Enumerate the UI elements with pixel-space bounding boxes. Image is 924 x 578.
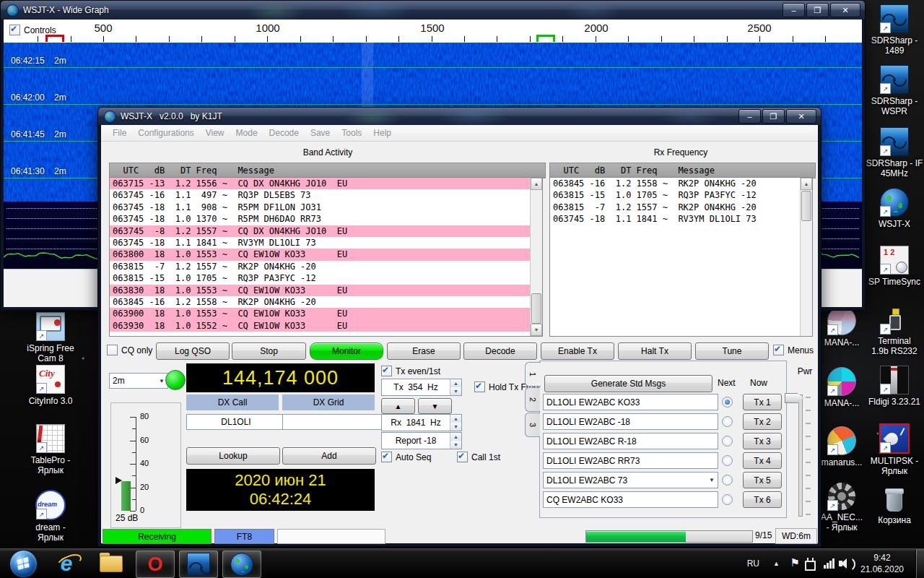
band-activity-row[interactable]: 063745 -18 1.0 1370 ~ R5PM DH6DAO RR73	[110, 213, 531, 225]
tx-freq-down-button[interactable]: ▼	[418, 398, 452, 414]
band-activity-row[interactable]: 063745 -16 1.1 497 ~ RQ3P DL5EBS 73	[110, 189, 531, 201]
spinner-buttons[interactable]: ▲▼	[450, 433, 461, 449]
scrollbar-thumb[interactable]	[531, 293, 541, 324]
tab-1[interactable]: 1	[525, 362, 541, 387]
volume-icon[interactable]	[839, 558, 853, 569]
minimize-button[interactable]: –	[783, 3, 805, 17]
menu-item-save[interactable]: Save	[305, 128, 336, 138]
spinner-buttons[interactable]: ▲▼	[450, 415, 461, 431]
taskbar-button-explorer[interactable]	[92, 551, 130, 577]
band-activity-row[interactable]: 063815 -7 1.2 1557 ~ RK2P ON4KHG -20	[110, 261, 531, 272]
tx2-next-radio[interactable]	[722, 416, 733, 427]
monitor-button[interactable]: Monitor	[310, 342, 383, 360]
tx3-message-input[interactable]: DL1OLI EW2ABC R-18	[543, 433, 718, 449]
rx-frequency-row[interactable]: 063845 -16 1.2 1558 ~ RK2P ON4KHG -20	[550, 178, 801, 189]
tx5-next-radio[interactable]	[722, 475, 733, 486]
pwr-slider-track[interactable]	[798, 394, 803, 517]
desktop-icon-wsjt-x[interactable]: ↗WSJT-X	[864, 188, 924, 229]
taskbar-button-ie[interactable]: e	[48, 551, 85, 577]
tx6-next-radio[interactable]	[722, 494, 733, 505]
wide-graph-titlebar[interactable]: WSJT-X - Wide Graph – ❐ ✕	[1, 1, 865, 20]
rx-freq-spinner[interactable]: Rx 1841 Hz ▲▼	[381, 414, 462, 431]
spin-up-icon[interactable]: ▲	[450, 415, 461, 423]
rx-frequency-row[interactable]: 063815 -7 1.2 1557 ~ RK2P ON4KHG -20	[550, 202, 801, 213]
cq-only-checkbox[interactable]	[107, 345, 118, 355]
controls-checkbox[interactable]	[9, 25, 20, 35]
taskbar-button-wsjtx[interactable]	[222, 551, 261, 578]
tx4-next-radio[interactable]	[722, 455, 733, 466]
report-spinner[interactable]: Report -18 ▲▼	[381, 432, 462, 449]
scroll-down-icon[interactable]: ▼	[531, 324, 542, 336]
spin-down-icon[interactable]: ▼	[450, 441, 461, 449]
rx-frequency-scrollbar[interactable]: ▲	[800, 178, 812, 336]
tx-freq-spinner[interactable]: Tx 354 Hz ▲▼	[381, 379, 462, 396]
scroll-up-icon[interactable]: ▲	[801, 178, 812, 190]
spin-up-icon[interactable]: ▲	[450, 433, 461, 441]
rx-frequency-marker[interactable]	[536, 35, 555, 42]
band-activity-row[interactable]: 063745 -18 1.1 1841 ~ RV3YM DL1OLI 73	[110, 237, 531, 249]
taskbar-button-opera[interactable]: O	[136, 551, 175, 578]
power-plan-icon[interactable]	[805, 561, 816, 571]
tx1-next-radio[interactable]	[722, 397, 733, 407]
desktop-icon-sdrsharp-if[interactable]: ↗SDRSharp - IF 45MHz	[864, 127, 924, 178]
close-button[interactable]: ✕	[786, 109, 816, 124]
desktop-icon-sdrsharp-1489[interactable]: ↗SDRSharp - 1489	[864, 4, 924, 56]
desktop-icon-multipsk[interactable]: ↗MULTIPSK - Ярлык	[864, 423, 924, 476]
maximize-button[interactable]: ❐	[806, 3, 829, 17]
desktop-icon-dream[interactable]: ↗dream - Ярлык	[20, 490, 81, 543]
tune-button[interactable]: Tune	[695, 342, 769, 360]
auto-seq-checkbox[interactable]	[381, 452, 392, 462]
band-activity-row[interactable]: 063800 18 1.0 1553 ~ CQ EW1OW KO33 EU	[110, 249, 531, 260]
tx1-message-input[interactable]: DL1OLI EW2ABC KO33	[543, 394, 718, 410]
show-desktop-button[interactable]	[915, 549, 924, 578]
desktop-icon-sdrsharp-wspr[interactable]: ↗SDRSharp - WSPR	[864, 65, 924, 116]
maximize-button[interactable]: ❐	[762, 109, 785, 124]
band-select[interactable]: 2m ▼	[109, 373, 168, 389]
tx3-next-radio[interactable]	[722, 436, 733, 447]
tx5-message-input[interactable]: DL1OLI EW2ABC 73▼	[543, 472, 718, 488]
action-center-flag-icon[interactable]: ⚑	[790, 556, 800, 569]
halt-tx-button[interactable]: Halt Tx	[618, 342, 692, 360]
menu-item-configurations[interactable]: Configurations	[132, 128, 199, 138]
tx-even-checkbox[interactable]	[381, 366, 392, 376]
desktop-icon-recycle-bin[interactable]: Корзина	[864, 486, 924, 525]
desktop-icon-cityinfo[interactable]: ↗CityInfo 3.0	[20, 365, 81, 406]
close-button[interactable]: ✕	[830, 3, 860, 17]
tx6-message-input[interactable]: CQ EW2ABC KO33	[543, 491, 718, 508]
stop-button[interactable]: Stop	[232, 342, 306, 360]
desktop-icon-fldigi[interactable]: ↗Fldigi 3.23.21	[864, 366, 924, 407]
call-1st-checkbox[interactable]	[457, 452, 468, 462]
tx4-message-input[interactable]: DL1OLI EW2ABC RR73	[543, 452, 718, 469]
tab-2[interactable]: 2	[525, 387, 540, 412]
menu-item-mode[interactable]: Mode	[230, 128, 263, 138]
rx-frequency-row[interactable]: 063745 -18 1.1 1841 ~ RV3YM DL1OLI 73	[550, 213, 801, 225]
desktop-icon-ispring[interactable]: ↗iSpring Free Cam 8	[20, 312, 81, 363]
menu-item-help[interactable]: Help	[367, 128, 397, 138]
hold-tx-checkbox[interactable]	[474, 381, 485, 392]
language-indicator[interactable]: RU	[747, 558, 759, 569]
band-activity-row[interactable]: 063745 -18 1.1 908 ~ R5PM DF1LON JO31	[110, 202, 531, 213]
desktop-icon-tablepro[interactable]: ↗TablePro - Ярлык	[20, 424, 81, 475]
lookup-button[interactable]: Lookup	[186, 447, 280, 465]
log-qso-button[interactable]: Log QSO	[156, 342, 230, 360]
spin-down-icon[interactable]: ▼	[450, 387, 461, 395]
minimize-button[interactable]: –	[738, 109, 761, 124]
band-activity-row[interactable]: 063930 18 1.0 1552 ~ CQ EW1OW KO33 EU	[110, 320, 531, 332]
taskbar-button-sdrsharp[interactable]	[179, 551, 218, 578]
tx-freq-up-button[interactable]: ▲	[381, 398, 415, 414]
frequency-scale[interactable]: Controls 5001000150020002500	[4, 20, 862, 43]
spin-up-icon[interactable]: ▲	[450, 379, 461, 387]
menus-checkbox[interactable]	[773, 345, 784, 355]
main-titlebar[interactable]: WSJT-X v2.0.0 by K1JT – ❐ ✕	[98, 108, 821, 125]
band-activity-row[interactable]: 063745 -8 1.2 1557 ~ CQ DX ON4KHG JO10 E…	[110, 225, 531, 237]
enable-tx-button[interactable]: Enable Tx	[541, 342, 614, 360]
tray-clock[interactable]: 9:42 21.06.2020	[856, 552, 908, 575]
menu-item-decode[interactable]: Decode	[263, 128, 305, 138]
tx4-now-button[interactable]: Tx 4	[743, 452, 782, 469]
tx2-now-button[interactable]: Tx 2	[743, 413, 782, 430]
tx2-message-input[interactable]: DL1OLI EW2ABC -18	[543, 413, 718, 430]
desktop-icon-terminal[interactable]: ↗Terminal 1.9b RS232	[864, 306, 924, 356]
spinner-buttons[interactable]: ▲▼	[450, 379, 461, 395]
erase-button[interactable]: Erase	[387, 342, 461, 360]
desktop-icon-sp-timesync[interactable]: ↗SP TimeSync	[864, 246, 924, 287]
